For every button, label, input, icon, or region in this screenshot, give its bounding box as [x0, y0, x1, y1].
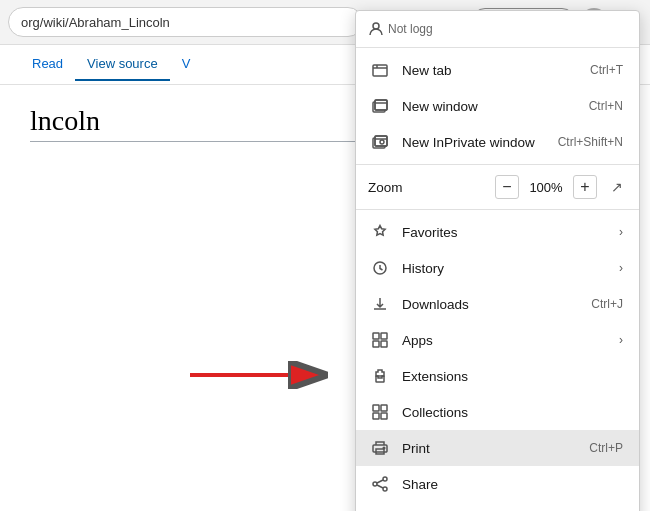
- apps-arrow: ›: [619, 333, 623, 347]
- new-window-label: New window: [402, 99, 569, 114]
- svg-point-30: [373, 482, 377, 486]
- not-logged-text: Not logg: [388, 22, 433, 36]
- collections-label: Collections: [402, 405, 623, 420]
- inprivate-icon: [368, 132, 392, 152]
- new-tab-svg: [372, 62, 388, 78]
- zoom-row: Zoom − 100% + ↗: [356, 169, 639, 205]
- menu-collections[interactable]: Collections: [356, 394, 639, 430]
- not-logged-in-row: Not logg: [356, 15, 639, 43]
- divider-zoom: [356, 164, 639, 165]
- print-label: Print: [402, 441, 569, 456]
- favorites-svg: [372, 224, 388, 240]
- favorites-label: Favorites: [402, 225, 611, 240]
- new-window-shortcut: Ctrl+N: [589, 99, 623, 113]
- svg-point-8: [373, 23, 379, 29]
- inprivate-label: New InPrivate window: [402, 135, 538, 150]
- new-tab-label: New tab: [402, 63, 570, 78]
- collections-svg: [372, 404, 388, 420]
- downloads-shortcut: Ctrl+J: [591, 297, 623, 311]
- collections-menu-icon: [368, 402, 392, 422]
- svg-rect-21: [381, 341, 387, 347]
- zoom-out-btn[interactable]: −: [495, 175, 519, 199]
- favorites-menu-icon: [368, 222, 392, 242]
- person-small-icon: [368, 21, 384, 37]
- history-svg: [372, 260, 388, 276]
- inprivate-svg: [372, 134, 388, 150]
- svg-point-28: [383, 447, 385, 449]
- print-shortcut: Ctrl+P: [589, 441, 623, 455]
- svg-rect-9: [373, 65, 387, 76]
- svg-rect-19: [381, 333, 387, 339]
- context-menu: Not logg New tab Ctrl+T New window Ctrl+…: [355, 10, 640, 511]
- svg-rect-22: [376, 376, 384, 382]
- extensions-svg: [372, 368, 388, 384]
- zoom-value: 100%: [527, 180, 565, 195]
- zoom-controls: − 100% + ↗: [495, 175, 623, 199]
- menu-new-tab[interactable]: New tab Ctrl+T: [356, 52, 639, 88]
- menu-print[interactable]: Print Ctrl+P: [356, 430, 639, 466]
- menu-apps[interactable]: Apps ›: [356, 322, 639, 358]
- new-tab-icon: [368, 60, 392, 80]
- zoom-in-btn[interactable]: +: [573, 175, 597, 199]
- menu-downloads[interactable]: Downloads Ctrl+J: [356, 286, 639, 322]
- menu-inprivate[interactable]: New InPrivate window Ctrl+Shift+N: [356, 124, 639, 160]
- extensions-icon: [368, 366, 392, 386]
- inprivate-shortcut: Ctrl+Shift+N: [558, 135, 623, 149]
- address-text: org/wiki/Abraham_Lincoln: [21, 15, 170, 30]
- history-arrow: ›: [619, 261, 623, 275]
- svg-rect-26: [381, 413, 387, 419]
- new-window-svg: [372, 98, 388, 114]
- downloads-label: Downloads: [402, 297, 571, 312]
- svg-rect-23: [373, 405, 379, 411]
- divider-top: [356, 47, 639, 48]
- arrow-indicator: [180, 355, 340, 395]
- new-tab-shortcut: Ctrl+T: [590, 63, 623, 77]
- history-icon: [368, 258, 392, 278]
- menu-new-window[interactable]: New window Ctrl+N: [356, 88, 639, 124]
- share-svg: [372, 476, 388, 492]
- share-icon: [368, 474, 392, 494]
- downloads-icon: [368, 294, 392, 314]
- svg-rect-18: [373, 333, 379, 339]
- history-label: History: [402, 261, 611, 276]
- svg-point-29: [383, 477, 387, 481]
- tab-view-source[interactable]: View source: [75, 48, 170, 81]
- menu-extensions[interactable]: Extensions: [356, 358, 639, 394]
- tab-v[interactable]: V: [170, 48, 203, 81]
- favorites-arrow: ›: [619, 225, 623, 239]
- address-bar[interactable]: org/wiki/Abraham_Lincoln: [8, 7, 363, 37]
- menu-find-on-page[interactable]: Find on page Ctrl+F: [356, 502, 639, 511]
- zoom-expand-btn[interactable]: ↗: [611, 179, 623, 195]
- apps-icon: [368, 330, 392, 350]
- apps-svg: [372, 332, 388, 348]
- svg-rect-20: [373, 341, 379, 347]
- divider-after-zoom: [356, 209, 639, 210]
- print-icon: [368, 438, 392, 458]
- svg-rect-24: [381, 405, 387, 411]
- svg-point-31: [383, 487, 387, 491]
- arrow-container: [180, 355, 340, 398]
- tab-read[interactable]: Read: [20, 48, 75, 81]
- menu-share[interactable]: Share: [356, 466, 639, 502]
- new-window-icon: [368, 96, 392, 116]
- menu-history[interactable]: History ›: [356, 250, 639, 286]
- svg-rect-11: [375, 100, 387, 110]
- extensions-label: Extensions: [402, 369, 623, 384]
- print-svg: [372, 440, 388, 456]
- apps-label: Apps: [402, 333, 611, 348]
- share-label: Share: [402, 477, 623, 492]
- svg-rect-25: [373, 413, 379, 419]
- menu-favorites[interactable]: Favorites ›: [356, 214, 639, 250]
- downloads-svg: [372, 296, 388, 312]
- zoom-label: Zoom: [368, 180, 495, 195]
